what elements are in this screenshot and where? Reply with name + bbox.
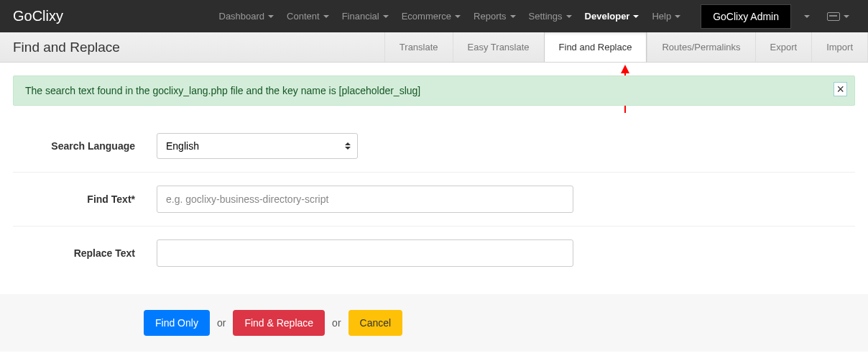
tab-find-and-replace[interactable]: Find and Replace [544, 32, 647, 62]
admin-section: GoClixy Admin [701, 4, 855, 29]
subheader: Find and Replace Translate Easy Translat… [0, 32, 868, 63]
tab-bar: Translate Easy Translate Find and Replac… [384, 32, 868, 62]
caret-down-icon [510, 15, 516, 18]
caret-down-icon [804, 15, 810, 18]
cancel-button[interactable]: Cancel [348, 310, 403, 336]
caret-down-icon [844, 15, 849, 18]
page-title: Find and Replace [13, 40, 120, 55]
main-nav-menu: Dashboard Content Financial Ecommerce Re… [213, 2, 687, 30]
nav-label: Help [652, 11, 671, 22]
alert-message: The search text found in the goclixy_lan… [25, 85, 420, 96]
tab-translate[interactable]: Translate [384, 32, 453, 62]
nav-ecommerce[interactable]: Ecommerce [396, 2, 466, 30]
nav-label: Developer [585, 11, 630, 22]
tab-export[interactable]: Export [755, 32, 812, 62]
nav-developer[interactable]: Developer [579, 2, 645, 30]
or-separator: or [217, 317, 226, 329]
brand-logo[interactable]: GoClixy [13, 8, 63, 24]
row-find-text: Find Text* [13, 173, 855, 227]
nav-settings[interactable]: Settings [523, 2, 578, 30]
nav-label: Financial [342, 11, 379, 22]
caret-down-icon [633, 15, 639, 18]
tab-import[interactable]: Import [811, 32, 868, 62]
content-area: The search text found in the goclixy_lan… [0, 63, 868, 280]
row-search-language: Search Language English [13, 120, 855, 173]
find-and-replace-button[interactable]: Find & Replace [233, 310, 325, 336]
caret-down-icon [383, 15, 389, 18]
label-search-language: Search Language [13, 140, 157, 152]
find-replace-form: Search Language English Find Text* Repla… [13, 106, 855, 280]
tab-routes-permalinks[interactable]: Routes/Permalinks [647, 32, 754, 62]
row-replace-text: Replace Text [13, 227, 855, 280]
replace-text-input[interactable] [157, 239, 573, 267]
admin-dropdown-button[interactable] [797, 11, 816, 22]
caret-down-icon [455, 15, 461, 18]
nav-content[interactable]: Content [281, 2, 335, 30]
nav-help[interactable]: Help [646, 2, 686, 30]
success-alert: The search text found in the goclixy_lan… [13, 76, 855, 106]
top-navbar: GoClixy Dashboard Content Financial Ecom… [0, 0, 868, 32]
form-actions: Find Only or Find & Replace or Cancel [0, 294, 868, 352]
keyboard-icon [827, 12, 840, 21]
label-replace-text: Replace Text [13, 247, 157, 259]
caret-down-icon [268, 15, 274, 18]
search-language-select[interactable]: English [157, 133, 358, 159]
label-find-text: Find Text* [13, 193, 157, 205]
or-separator: or [332, 317, 341, 329]
caret-down-icon [675, 15, 680, 18]
nav-label: Settings [529, 11, 563, 22]
caret-down-icon [323, 15, 329, 18]
nav-dashboard[interactable]: Dashboard [213, 2, 280, 30]
nav-reports[interactable]: Reports [468, 2, 522, 30]
alert-close-button[interactable]: × [834, 82, 847, 96]
nav-label: Ecommerce [402, 11, 451, 22]
admin-user-button[interactable]: GoClixy Admin [701, 4, 791, 29]
find-text-input[interactable] [157, 186, 573, 213]
tab-easy-translate[interactable]: Easy Translate [453, 32, 544, 62]
caret-down-icon [566, 15, 572, 18]
find-only-button[interactable]: Find Only [144, 310, 210, 336]
nav-label: Dashboard [219, 11, 265, 22]
nav-financial[interactable]: Financial [336, 2, 394, 30]
keyboard-shortcuts-button[interactable] [821, 8, 855, 25]
nav-label: Content [287, 11, 320, 22]
nav-label: Reports [474, 11, 507, 22]
